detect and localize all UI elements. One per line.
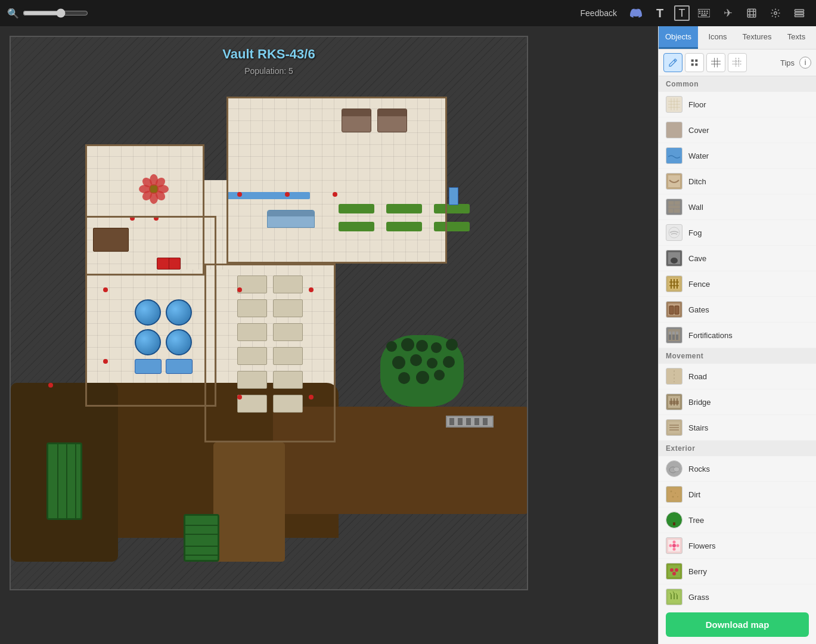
sofa bbox=[267, 210, 315, 228]
forest-cluster bbox=[380, 335, 464, 407]
tab-objects[interactable]: Objects bbox=[659, 26, 698, 49]
tab-textures[interactable]: Textures bbox=[737, 26, 777, 49]
tab-texts[interactable]: Texts bbox=[777, 26, 816, 49]
object-tree[interactable]: Tree bbox=[659, 507, 816, 533]
grid1-tool-btn[interactable] bbox=[685, 53, 704, 72]
tips-label: Tips bbox=[780, 58, 795, 67]
grass-icon bbox=[666, 589, 682, 605]
red-marker-13 bbox=[48, 383, 53, 388]
water-label: Water bbox=[688, 151, 709, 160]
fence-west bbox=[46, 442, 82, 520]
ditch-label: Ditch bbox=[688, 177, 706, 186]
cover-label: Cover bbox=[688, 126, 709, 135]
text-bold-icon[interactable]: T bbox=[650, 4, 669, 23]
discord-icon[interactable] bbox=[626, 4, 646, 23]
water-icon bbox=[666, 147, 682, 164]
object-cover[interactable]: Cover bbox=[659, 117, 816, 143]
shrub-4 bbox=[339, 222, 374, 231]
wall-label: Wall bbox=[688, 203, 703, 212]
object-floor[interactable]: Floor bbox=[659, 92, 816, 117]
floor-room-top-right bbox=[227, 97, 447, 264]
shrub-1 bbox=[339, 204, 374, 213]
download-map-button[interactable]: Download map bbox=[666, 612, 809, 637]
road-icon bbox=[666, 368, 682, 385]
fortifications-label: Fortifications bbox=[688, 331, 733, 340]
svg-rect-71 bbox=[672, 334, 675, 340]
fog-label: Fog bbox=[688, 228, 702, 237]
pool-1 bbox=[135, 359, 162, 374]
tab-icons[interactable]: Icons bbox=[698, 26, 737, 49]
object-fortifications[interactable]: Fortifications bbox=[659, 323, 816, 348]
grid3-tool-btn[interactable] bbox=[728, 53, 747, 72]
object-ditch[interactable]: Ditch bbox=[659, 169, 816, 194]
fence-icon bbox=[666, 275, 682, 292]
settings-icon[interactable] bbox=[766, 4, 785, 23]
feedback-button[interactable]: Feedback bbox=[576, 6, 622, 20]
object-road[interactable]: Road bbox=[659, 364, 816, 389]
floor-label: Floor bbox=[688, 100, 706, 109]
grass-label: Grass bbox=[688, 593, 709, 602]
svg-point-97 bbox=[672, 544, 676, 547]
svg-rect-18 bbox=[795, 15, 804, 17]
object-rocks[interactable]: Rocks bbox=[659, 456, 816, 482]
object-grass[interactable]: Grass bbox=[659, 584, 816, 605]
object-dirt[interactable]: Dirt bbox=[659, 482, 816, 507]
map-area[interactable]: Vault RKS-43/6 Population: 5 bbox=[0, 26, 658, 644]
red-marker-2 bbox=[154, 216, 159, 221]
object-fog[interactable]: Fog bbox=[659, 220, 816, 246]
svg-point-90 bbox=[671, 491, 672, 493]
svg-point-100 bbox=[673, 548, 676, 551]
svg-rect-68 bbox=[675, 306, 679, 314]
svg-rect-2 bbox=[702, 11, 703, 12]
red-marker-1 bbox=[130, 216, 135, 221]
bed-1 bbox=[342, 109, 371, 132]
zoom-slider[interactable] bbox=[23, 8, 88, 18]
flowers-label: Flowers bbox=[688, 541, 716, 550]
keyboard-icon[interactable] bbox=[694, 4, 713, 23]
grid2-tool-btn[interactable] bbox=[706, 53, 725, 72]
dirt-label: Dirt bbox=[688, 490, 700, 499]
cover-icon bbox=[666, 122, 682, 138]
svg-point-105 bbox=[672, 572, 676, 575]
svg-point-98 bbox=[673, 541, 676, 544]
layers-icon[interactable] bbox=[790, 4, 809, 23]
object-fence[interactable]: Fence bbox=[659, 271, 816, 297]
crop-icon[interactable] bbox=[742, 4, 761, 23]
road-label: Road bbox=[688, 372, 707, 381]
red-marker-10 bbox=[309, 287, 314, 292]
bed-2 bbox=[377, 109, 407, 132]
object-wall[interactable]: Wall bbox=[659, 194, 816, 220]
gates-icon bbox=[666, 301, 682, 318]
object-flowers[interactable]: Flowers bbox=[659, 533, 816, 559]
info-button[interactable]: i bbox=[799, 57, 811, 69]
barrel-4 bbox=[166, 329, 192, 355]
desk-area bbox=[237, 275, 309, 431]
svg-point-92 bbox=[672, 496, 674, 498]
cave-icon bbox=[666, 250, 682, 267]
object-stairs[interactable]: Stairs bbox=[659, 415, 816, 441]
object-gates[interactable]: Gates bbox=[659, 297, 816, 323]
fog-icon bbox=[666, 224, 682, 241]
object-water[interactable]: Water bbox=[659, 143, 816, 169]
berry-icon bbox=[666, 563, 682, 580]
brush-tool-btn[interactable] bbox=[663, 53, 682, 72]
object-cave[interactable]: Cave bbox=[659, 246, 816, 271]
object-bridge[interactable]: Bridge bbox=[659, 389, 816, 415]
stairs-icon bbox=[666, 419, 682, 436]
red-marker-8 bbox=[103, 359, 108, 364]
search-area: 🔍 bbox=[7, 8, 287, 19]
arrow-icon[interactable]: ✈ bbox=[718, 4, 737, 23]
object-berry[interactable]: Berry bbox=[659, 559, 816, 584]
sub-toolbar: Tips i bbox=[659, 49, 816, 76]
svg-point-94 bbox=[670, 515, 678, 524]
shrub-3 bbox=[434, 204, 470, 213]
svg-rect-10 bbox=[747, 9, 756, 17]
svg-rect-75 bbox=[676, 332, 678, 335]
red-marker-6 bbox=[333, 192, 337, 197]
svg-rect-95 bbox=[673, 522, 675, 525]
ditch-icon bbox=[666, 173, 682, 190]
svg-rect-30 bbox=[695, 60, 697, 62]
red-marker-5 bbox=[285, 192, 290, 197]
svg-point-88 bbox=[674, 467, 680, 472]
text-outline-icon[interactable]: T bbox=[674, 5, 690, 21]
